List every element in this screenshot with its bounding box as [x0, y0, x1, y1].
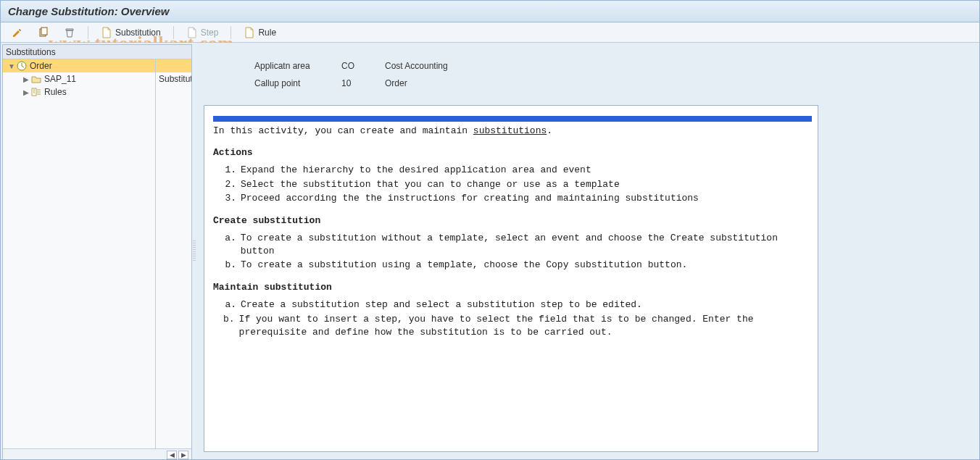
applicatn-desc: Cost Accounting — [385, 61, 448, 71]
tree-horizontal-scroll[interactable]: ◀ ▶ — [3, 448, 191, 459]
content-area: Applicatn area CO Cost Accounting Callup… — [196, 43, 979, 459]
substitutions-link[interactable]: substitutions — [473, 125, 547, 136]
title-bar: Change Substitution: Overview — [1, 1, 979, 22]
doc-content[interactable]: In this activity, you can create and mai… — [204, 106, 818, 451]
doc-h-create: Create substitution — [213, 214, 812, 227]
applicatn-label: Applicatn area — [254, 61, 341, 71]
tree-item-order[interactable]: ▼ Order — [3, 59, 191, 72]
tree-body[interactable]: ▼ Order ▶ SAP_11 ▶ — [3, 59, 191, 448]
list-item: a.Create a substitution step and select … — [223, 298, 812, 312]
svg-rect-1 — [41, 28, 47, 35]
new-rule-button[interactable]: Rule — [238, 25, 281, 41]
form-row-applicatn: Applicatn area CO Cost Accounting — [254, 59, 811, 73]
app-window: Change Substitution: Overview Substituti… — [0, 0, 980, 460]
tree-header: Substitutions — [3, 45, 191, 59]
folder-icon — [30, 74, 42, 84]
callup-desc: Order — [385, 78, 407, 88]
applicatn-code: CO — [341, 61, 385, 71]
scroll-right-icon[interactable]: ▶ — [178, 451, 188, 459]
new-substitution-button[interactable]: Substitution — [96, 25, 166, 41]
trash-icon — [64, 27, 75, 38]
toolbar-sep-2 — [173, 26, 174, 39]
expander-icon[interactable]: ▼ — [7, 62, 16, 70]
doc-h-maintain: Maintain substitution — [213, 281, 812, 294]
new-rule-label: Rule — [258, 28, 276, 38]
list-item: b.To create a substitution using a templ… — [223, 258, 812, 272]
copy-icon — [38, 27, 49, 38]
form-area: Applicatn area CO Cost Accounting Callup… — [196, 46, 820, 102]
form-row-callup: Callup point 10 Order — [254, 76, 811, 91]
callup-label: Callup point — [254, 78, 341, 88]
new-step-label: Step — [201, 28, 219, 38]
list-item: 1.Expand the hierarchy to the desired ap… — [223, 163, 812, 177]
new-step-button[interactable]: Step — [181, 25, 224, 41]
scroll-left-icon[interactable]: ◀ — [167, 451, 177, 459]
doc-intro: In this activity, you can create and mai… — [213, 125, 812, 138]
doc-h-actions: Actions — [213, 146, 812, 159]
tree-item-label: SAP_11 — [44, 74, 76, 84]
list-item: 3.Proceed according the the instructions… — [223, 191, 812, 206]
callup-code: 10 — [341, 78, 385, 88]
tree-item-sap11[interactable]: ▶ SAP_11 — [3, 72, 191, 85]
list-item: 2.Select the substitution that you can t… — [223, 177, 812, 192]
expander-icon[interactable]: ▶ — [22, 75, 30, 83]
doc-create-list: a.To create a substitution without a tem… — [223, 231, 812, 272]
doc-frame: In this activity, you can create and mai… — [204, 105, 818, 452]
tree-item-rules[interactable]: ▶ Rules — [3, 85, 191, 99]
clock-icon — [16, 61, 28, 71]
new-page-icon — [101, 27, 112, 38]
body-area: Substitutions ▼ Order ▶ SAP_11 — [1, 43, 979, 459]
doc-actions-list: 1.Expand the hierarchy to the desired ap… — [223, 163, 812, 206]
toggle-display-button[interactable] — [7, 25, 28, 41]
delete-button[interactable] — [59, 25, 80, 41]
tree-panel: Substitutions ▼ Order ▶ SAP_11 — [2, 44, 192, 459]
list-item: b.If you want to insert a step, you have… — [223, 312, 812, 339]
pencil-glasses-icon — [12, 27, 23, 38]
doc-top-rule — [213, 116, 812, 122]
splitter[interactable] — [192, 43, 196, 459]
toolbar-sep-1 — [88, 26, 88, 39]
splitter-grip-icon — [193, 241, 196, 262]
new-page-icon — [186, 27, 198, 38]
doc-maintain-list: a.Create a substitution step and select … — [223, 298, 812, 339]
new-substitution-label: Substitution — [115, 28, 161, 38]
tree-item-label: Rules — [44, 87, 67, 97]
list-item: a.To create a substitution without a tem… — [223, 231, 812, 258]
rules-icon — [30, 87, 42, 97]
page-title: Change Substitution: Overview — [8, 5, 170, 17]
copy-button[interactable] — [33, 25, 54, 41]
toolbar: Substitution Step Rule — [1, 22, 979, 43]
expander-icon[interactable]: ▶ — [22, 88, 30, 96]
toolbar-sep-3 — [231, 26, 231, 39]
tree-item-label: Order — [30, 61, 52, 71]
new-page-icon — [244, 27, 255, 38]
